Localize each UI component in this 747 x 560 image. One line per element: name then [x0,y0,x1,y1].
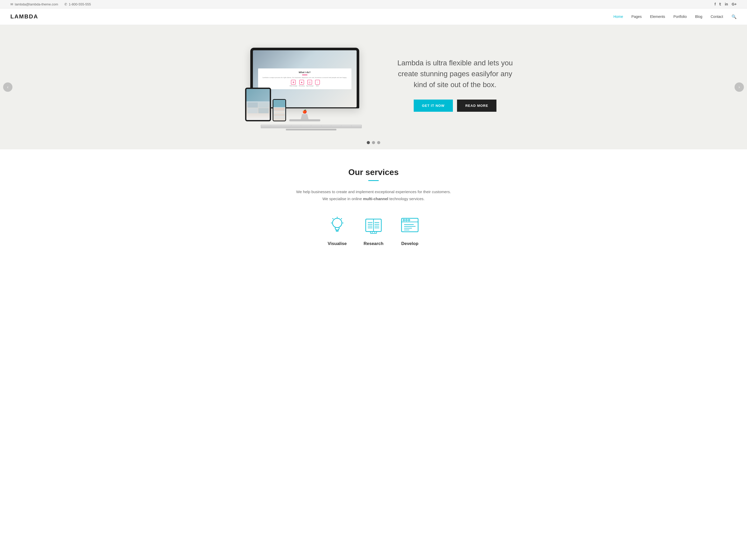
navbar: LAMBDA Home Pages Elements Portfolio Blo… [0,8,747,25]
tablet-screen-image [247,89,270,120]
services-desc-bold: multi-channel [363,196,388,201]
mac-screen-content: What I do? Lambda is unique process for … [258,69,352,89]
branding-icon: ◈ [299,80,304,84]
service-label-visualise: Visualise [327,241,347,246]
services-section: Our services We help businesses to creat… [0,149,747,259]
nav-item-home[interactable]: Home [613,14,623,19]
tablet-screen [247,89,270,120]
topbar: ✉ lambda@lambda-theme.com ✆ 1-800-555-55… [0,0,747,8]
mac-divider [302,75,307,75]
research-icon [363,215,384,236]
topbar-phone: ✆ 1-800-555-555 [64,2,91,6]
facebook-icon[interactable]: f [715,2,716,6]
hero-buttons: GET IT NOW READ MORE [391,100,519,112]
topbar-left: ✉ lambda@lambda-theme.com ✆ 1-800-555-55… [10,2,91,6]
branding-label: Branding [299,85,305,87]
hero-content: Lambda is ultra flexible and lets you cr… [391,58,519,112]
nav-link-elements[interactable]: Elements [650,15,665,19]
nav-item-portfolio[interactable]: Portfolio [673,14,687,19]
trackpad [286,129,336,130]
nav-menu: Home Pages Elements Portfolio Blog Conta… [613,14,737,19]
mac-subtitle: Lambda is unique process for right clien… [261,77,349,78]
read-more-button[interactable]: READ MORE [457,100,496,112]
service-label-research: Research [363,241,384,246]
hero-headline: Lambda is ultra flexible and lets you cr… [391,58,519,90]
mac-service-web: ⊞ Web Design [289,80,297,87]
slider-dot-2[interactable] [372,141,375,144]
mac-service-brand: ◈ Branding [299,80,305,87]
linkedin-icon[interactable]: in [725,2,728,6]
slider-dot-1[interactable] [367,141,370,144]
visualise-icon [327,215,347,236]
nav-item-contact[interactable]: Contact [711,14,723,19]
get-it-now-button[interactable]: GET IT NOW [414,100,453,112]
nav-item-blog[interactable]: Blog [695,14,702,19]
envelope-icon: ✉ [10,2,13,6]
slider-prev-button[interactable]: ‹ [3,82,12,92]
services-desc-line2: We specialise in online [323,196,363,201]
seo-label: SEO [315,85,320,87]
keyboard [261,125,362,128]
brand-logo[interactable]: LAMBDA [10,13,38,20]
topbar-email: ✉ lambda@lambda-theme.com [10,2,58,6]
slider-dot-3[interactable] [377,141,380,144]
service-item-visualise: Visualise [327,215,347,246]
nav-link-home[interactable]: Home [613,15,623,19]
services-desc-line1: We help businesses to create and impleme… [296,189,451,194]
slider-dots [367,141,380,144]
twitter-icon[interactable]: 𝕥 [719,2,721,6]
svg-point-24 [406,219,407,221]
service-item-develop: Develop [400,215,420,246]
web-design-icon: ⊞ [291,80,296,84]
services-title: Our services [10,167,737,177]
nav-link-pages[interactable]: Pages [631,15,642,19]
tablet-mockup [245,88,271,121]
mac-stand-neck [298,114,311,119]
nav-item-pages[interactable]: Pages [631,14,642,19]
svg-line-6 [333,218,333,219]
keyboard-area [261,125,362,130]
nav-search[interactable]: 🔍 [731,14,737,19]
app-design-label: App Design [306,85,313,87]
app-design-icon: ◱ [307,80,312,84]
phone-text: 1-800-555-555 [69,2,91,6]
phone-screen-image [274,100,285,121]
svg-point-23 [403,219,405,221]
hero-inner: What I do? Lambda is unique process for … [218,37,529,137]
svg-point-0 [333,218,342,228]
hero-image: What I do? Lambda is unique process for … [228,48,381,121]
service-label-develop: Develop [400,241,420,246]
svg-point-25 [408,219,410,221]
web-design-label: Web Design [289,85,297,87]
services-grid: Visualise [10,215,737,246]
email-text: lambda@lambda-theme.com [15,2,58,6]
nav-link-blog[interactable]: Blog [695,15,702,19]
social-links: f 𝕥 in G+ [715,2,737,6]
mac-mockup: What I do? Lambda is unique process for … [250,48,359,121]
nav-item-elements[interactable]: Elements [650,14,665,19]
search-icon[interactable]: 🔍 [731,15,737,19]
service-item-research: Research [363,215,384,246]
phone-mockup [273,99,286,121]
hero-section: ‹ What I do? Lambda is unique process fo… [0,25,747,149]
services-divider [368,180,379,181]
mac-services: ⊞ Web Design ◈ Branding ◱ App Design [261,80,349,87]
svg-line-7 [341,218,342,219]
nav-link-portfolio[interactable]: Portfolio [673,15,687,19]
phone-icon: ✆ [64,2,67,6]
mac-title: What I do? [261,71,349,74]
devices-overlay [245,88,286,121]
services-desc-line3: technology services. [388,196,424,201]
mac-stand-base [289,119,320,121]
services-description: We help businesses to create and impleme… [285,188,462,202]
phone-screen [274,100,285,121]
mac-service-seo: ↑ SEO [315,80,320,87]
seo-icon: ↑ [315,80,320,84]
nav-link-contact[interactable]: Contact [711,15,723,19]
develop-icon [400,215,420,236]
slider-next-button[interactable]: › [735,82,744,92]
mac-service-app: ◱ App Design [306,80,313,87]
googleplus-icon[interactable]: G+ [732,2,737,6]
